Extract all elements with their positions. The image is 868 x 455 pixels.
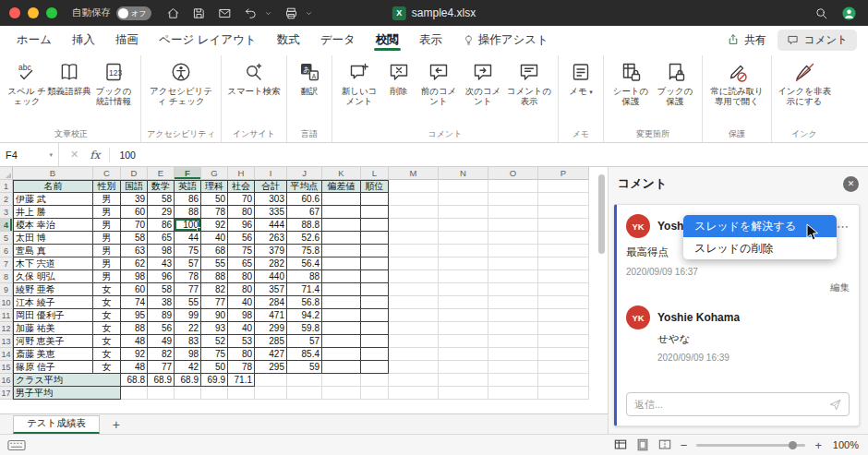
cell[interactable] xyxy=(287,387,322,400)
cell-I10[interactable]: 284 xyxy=(255,296,287,309)
cell[interactable] xyxy=(488,374,538,387)
cell[interactable] xyxy=(488,296,538,309)
cell-B15[interactable]: 篠原 信子 xyxy=(13,361,93,374)
cell[interactable] xyxy=(538,296,589,309)
cell[interactable] xyxy=(538,206,589,219)
cell[interactable] xyxy=(389,180,439,193)
header-cell[interactable]: 偏差値 xyxy=(322,180,361,193)
cell-I4[interactable]: 444 xyxy=(255,219,287,232)
cell[interactable] xyxy=(255,387,287,400)
menu-item-delete-thread[interactable]: スレッドの削除 xyxy=(683,237,837,259)
cell-I15[interactable]: 295 xyxy=(255,361,287,374)
cell[interactable] xyxy=(439,387,488,400)
cell-J10[interactable]: 56.8 xyxy=(287,296,322,309)
cell-J5[interactable]: 52.6 xyxy=(287,232,322,245)
cell[interactable] xyxy=(538,387,589,400)
cell[interactable] xyxy=(322,348,361,361)
cell[interactable] xyxy=(361,270,389,283)
cell[interactable] xyxy=(538,335,589,348)
cell[interactable] xyxy=(361,335,389,348)
cell-H2[interactable]: 70 xyxy=(228,193,255,206)
column-header-C[interactable]: C xyxy=(93,167,121,180)
chevron-down-icon[interactable]: ▾ xyxy=(49,151,53,159)
cell[interactable] xyxy=(361,322,389,335)
cell[interactable] xyxy=(439,180,488,193)
cell-D3[interactable]: 60 xyxy=(121,206,148,219)
cell[interactable] xyxy=(361,232,389,245)
cell-H15[interactable]: 78 xyxy=(228,361,255,374)
cell-H13[interactable]: 53 xyxy=(228,335,255,348)
page-break-view-icon[interactable] xyxy=(658,438,671,451)
cell[interactable] xyxy=(439,309,488,322)
cell[interactable]: 68.8 xyxy=(121,374,148,387)
protect-workbook-button[interactable]: ブックの保護 xyxy=(653,55,697,106)
cell-C5[interactable]: 男 xyxy=(93,232,121,245)
row-header-13[interactable]: 13 xyxy=(0,335,13,348)
cell-J15[interactable]: 59 xyxy=(287,361,322,374)
cell-D5[interactable]: 58 xyxy=(121,232,148,245)
cell[interactable] xyxy=(488,257,538,270)
tab-formulas[interactable]: 数式 xyxy=(277,26,300,54)
cell-D15[interactable]: 48 xyxy=(121,361,148,374)
cell[interactable] xyxy=(439,257,488,270)
cell-G5[interactable]: 40 xyxy=(201,232,228,245)
cell[interactable] xyxy=(488,180,538,193)
print-icon[interactable] xyxy=(284,6,298,20)
cell-F8[interactable]: 78 xyxy=(175,270,201,283)
cell-B2[interactable]: 伊藤 武 xyxy=(13,193,93,206)
cell[interactable] xyxy=(322,245,361,257)
chevron-down-icon[interactable] xyxy=(305,9,313,18)
cell-G3[interactable]: 78 xyxy=(201,206,228,219)
save-icon[interactable] xyxy=(192,6,206,20)
cell-B6[interactable]: 萱島 真 xyxy=(13,245,93,257)
next-comment-button[interactable]: 次のコメント xyxy=(461,55,505,106)
row-header-4[interactable]: 4 xyxy=(0,219,13,232)
cell[interactable] xyxy=(389,374,439,387)
summary-label[interactable]: クラス平均 xyxy=(13,374,121,387)
cell-F5[interactable]: 44 xyxy=(175,232,201,245)
column-header-H[interactable]: H xyxy=(228,167,255,180)
cell-J2[interactable]: 60.6 xyxy=(287,193,322,206)
cell[interactable] xyxy=(255,374,287,387)
cell-C3[interactable]: 男 xyxy=(93,206,121,219)
cell-C7[interactable]: 男 xyxy=(93,257,121,270)
cell-C13[interactable]: 女 xyxy=(93,335,121,348)
cell-E5[interactable]: 65 xyxy=(148,232,175,245)
cell[interactable] xyxy=(361,206,389,219)
cell[interactable] xyxy=(361,296,389,309)
row-header-6[interactable]: 6 xyxy=(0,245,13,257)
cell-H12[interactable]: 40 xyxy=(228,322,255,335)
cell-F11[interactable]: 99 xyxy=(175,309,201,322)
cell[interactable] xyxy=(488,387,538,400)
cell-C6[interactable]: 男 xyxy=(93,245,121,257)
cell[interactable] xyxy=(287,374,322,387)
zoom-slider-knob[interactable] xyxy=(789,441,797,449)
keyboard-icon[interactable] xyxy=(7,439,26,451)
cell-I3[interactable]: 335 xyxy=(255,206,287,219)
undo-icon[interactable] xyxy=(244,6,258,20)
cell[interactable] xyxy=(538,361,589,374)
hide-ink-button[interactable]: インクを非表示にする xyxy=(777,55,832,106)
cell[interactable] xyxy=(389,296,439,309)
cell-F6[interactable]: 75 xyxy=(175,245,201,257)
cell-E13[interactable]: 49 xyxy=(148,335,175,348)
tab-review[interactable]: 校閲 xyxy=(376,26,399,54)
column-header-P[interactable]: P xyxy=(538,167,589,180)
tab-draw[interactable]: 描画 xyxy=(115,26,139,54)
cell-F4[interactable]: 100 xyxy=(175,219,201,232)
header-cell[interactable]: 合計 xyxy=(255,180,287,193)
cell[interactable] xyxy=(389,219,439,232)
previous-comment-button[interactable]: 前のコメント xyxy=(416,55,461,106)
cell[interactable] xyxy=(361,387,389,400)
cell-D9[interactable]: 60 xyxy=(121,283,148,296)
cell[interactable] xyxy=(389,335,439,348)
cell-J9[interactable]: 71.4 xyxy=(287,283,322,296)
cell-C12[interactable]: 女 xyxy=(93,322,121,335)
cell-J12[interactable]: 59.8 xyxy=(287,322,322,335)
cell-F7[interactable]: 57 xyxy=(175,257,201,270)
tab-page-layout[interactable]: ページ レイアウト xyxy=(159,26,257,54)
header-cell[interactable]: 社会 xyxy=(228,180,255,193)
cell[interactable] xyxy=(439,322,488,335)
row-header-3[interactable]: 3 xyxy=(0,206,13,219)
cell-I2[interactable]: 303 xyxy=(255,193,287,206)
